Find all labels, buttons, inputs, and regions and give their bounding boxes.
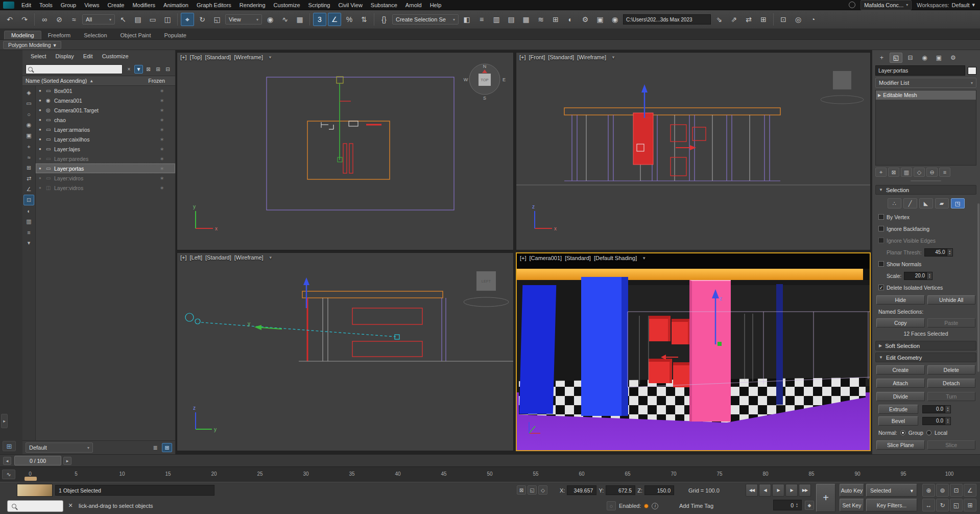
workspaces-dropdown[interactable]: Workspaces: Default ▾ [917,2,975,8]
explorer-search-input[interactable] [35,66,120,72]
set-key-button[interactable]: Set Key [840,499,864,511]
open-scene-explorer-button[interactable]: ⊞ [3,441,16,451]
pan-icon[interactable]: ↔ [922,499,935,511]
divide-button[interactable]: Divide [876,392,925,401]
viewport-pov-menu[interactable]: [Left] [190,254,202,261]
current-frame-field[interactable]: 0 ▲▼ [773,500,802,510]
viewport-shading-menu[interactable]: [Wireframe] [234,54,263,60]
pick-column-icon[interactable]: ⊞ [154,65,162,74]
rollout-edit-geometry[interactable]: ▼ Edit Geometry [875,353,976,362]
frame-ruler[interactable]: 0510152025303540455055606570758085909510… [26,467,975,482]
maximize-viewport-icon[interactable]: ◱ [950,499,963,511]
expand-all-icon[interactable]: ▾ [23,238,34,248]
play-button[interactable]: ▶ [772,484,784,497]
explorer-row-chao[interactable]: ●▭chao∗ [36,115,175,125]
menu-edit[interactable]: Edit [17,0,35,10]
per-view-filter-icon[interactable]: ▼ [611,55,615,60]
column-frozen[interactable]: Frozen [148,78,165,84]
explorer-row-layer-paredes[interactable]: ●▭Layer:paredes∗ [36,154,175,163]
percent-snap-icon[interactable]: % [343,13,356,26]
select-object-icon[interactable]: ↖ [116,13,130,26]
blue-box-center[interactable] [581,277,628,416]
viewport-shading-menu[interactable]: [Default Shading] [594,255,637,261]
ignore-backfacing-checkbox[interactable]: Ignore Backfacing [875,224,976,233]
panel-splitter[interactable] [875,179,976,183]
display-materials-icon[interactable]: ◐ [23,205,34,216]
display-helpers-icon[interactable]: + [23,141,34,152]
next-frame-arrow[interactable]: ▸ [63,457,71,465]
menu-customize[interactable]: Customize [270,0,304,10]
toggle-ribbon-icon[interactable]: ▦ [519,13,533,26]
polygon-subobject-icon[interactable]: ▰ [935,198,949,208]
display-containers-icon[interactable]: ⊡ [23,195,34,205]
viewport-layout-icon[interactable]: ⊞ [964,499,976,511]
make-unique-icon[interactable]: ◇ [914,168,925,177]
utilities-tab-icon[interactable]: ⚙ [947,53,960,63]
menu-tools[interactable]: Tools [35,0,57,10]
create-tab-icon[interactable]: + [875,53,888,63]
frozen-icon[interactable]: ∗ [149,107,175,113]
frozen-icon[interactable]: ∗ [149,146,175,152]
align-icon[interactable]: ≡ [475,13,488,26]
extrude-button[interactable]: Extrude [878,405,918,414]
rendered-frame-window-icon[interactable]: ▣ [593,13,607,26]
hierarchy-tab-icon[interactable]: ⊟ [904,53,917,63]
show-normals-checkbox[interactable]: Show Normals [875,259,976,269]
copy-button[interactable]: Copy [876,318,925,328]
ribbon-tab-modeling[interactable]: Modeling [4,31,41,39]
display-shapes-icon[interactable]: ○ [23,109,34,120]
red-box[interactable] [672,319,690,344]
import-scene-icon[interactable]: ⇘ [712,13,726,26]
orbit-icon[interactable]: ↻ [936,499,949,511]
zoom-icon[interactable]: ⊕ [922,484,935,497]
menu-substance[interactable]: Substance [367,0,401,10]
viewport-plus-menu[interactable]: [+] [180,254,187,261]
create-button[interactable]: Create [876,365,925,375]
viewport-top[interactable]: [+] [Top] [Standard] [Wireframe] ▼ [177,52,514,250]
search-clear-icon[interactable]: × [125,65,133,74]
display-lights-icon[interactable]: ◉ [23,120,34,130]
previous-frame-button[interactable]: ◀ [759,484,771,497]
redo-icon[interactable]: ↷ [18,13,31,26]
visibility-icon[interactable]: ● [39,118,46,122]
visibility-icon[interactable]: ● [39,147,46,151]
explorer-row-layer-lajes[interactable]: ●▭Layer:lajes∗ [36,144,175,154]
expand-arrow-icon[interactable]: ▶ [878,93,881,98]
go-to-start-button[interactable]: ◀◀ [746,484,758,497]
edit-named-selection-sets-icon[interactable]: {} [377,13,391,26]
frozen-icon[interactable]: ∗ [149,156,175,161]
project-dropdown[interactable]: Mafalda Conc... ▾ [861,0,912,10]
explorer-settings-icon[interactable]: ≣ [150,443,160,452]
y-coordinate-field[interactable]: 672.5 [606,485,635,495]
z-coordinate-field[interactable]: 150.0 [644,485,674,495]
key-mode-toggle-button[interactable]: ◆ [805,501,814,510]
project-path-field[interactable]: C:\Users\202...3ds Max 2023 [623,14,711,25]
front-viewport-canvas[interactable]: x z [516,53,871,250]
explorer-menu-customize[interactable]: Customize [98,52,133,60]
frozen-icon[interactable]: ∗ [149,117,175,123]
frame-spinner[interactable]: ▲▼ [796,503,798,508]
explorer-row-box001[interactable]: ●▭Box001∗ [36,86,175,96]
select-and-scale-icon[interactable]: ◱ [210,13,224,26]
column-name[interactable]: Name (Sorted Ascending) [26,78,87,84]
viewport-pov-menu[interactable]: [Top] [190,54,202,60]
viewport-pov-menu[interactable]: [Camera001] [530,255,562,261]
status-toggle-icon[interactable]: ◌ [607,501,616,510]
explorer-row-camera001[interactable]: ●◉Camera001∗ [36,96,175,105]
field-of-view-icon[interactable]: ∠ [964,484,976,497]
display-all-icon[interactable]: ◈ [23,87,34,98]
schematic-view-icon[interactable]: ⊞ [549,13,562,26]
angle-snap-icon[interactable]: ∠ [328,13,341,26]
visibility-icon[interactable]: ● [39,98,46,103]
menu-animation[interactable]: Animation [159,0,193,10]
per-view-filter-icon[interactable]: ▼ [269,255,273,260]
configure-modifier-sets-icon[interactable]: ≡ [939,168,950,177]
time-slider-handle[interactable]: 0 / 100 [14,456,61,465]
keyboard-shortcut-override-icon[interactable]: ▦ [293,13,306,26]
help-search-icon[interactable] [849,2,855,8]
set-keys-button[interactable]: + [816,484,835,512]
lock-stack-icon[interactable]: ⊠ [888,168,899,177]
object-name-field[interactable]: Layer:portas [875,65,965,76]
hide-button[interactable]: Hide [876,295,925,305]
render-setup-icon[interactable]: ⚙ [579,13,592,26]
